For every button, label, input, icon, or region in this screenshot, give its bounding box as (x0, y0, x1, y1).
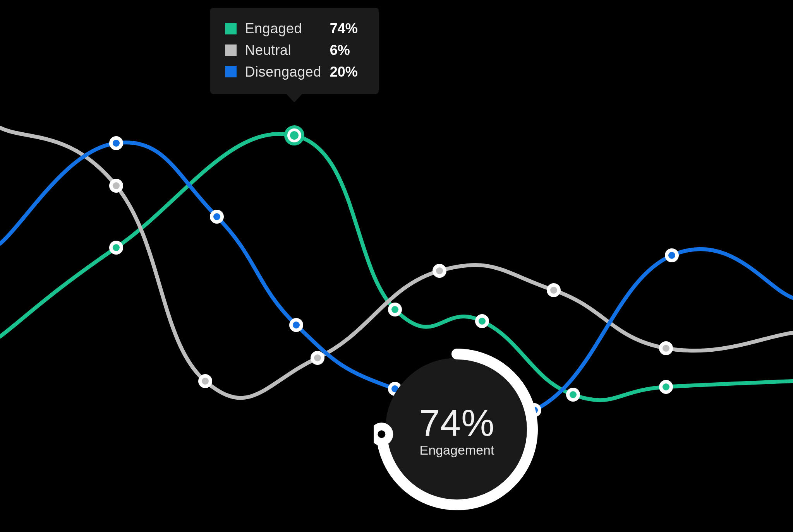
engagement-dial: 74% Engagement (374, 346, 540, 513)
legend-label: Disengaged (245, 61, 321, 83)
svg-point-14 (213, 213, 220, 220)
svg-point-6 (663, 383, 669, 390)
svg-point-0 (113, 244, 120, 251)
svg-point-2 (290, 131, 299, 140)
svg-point-13 (113, 140, 120, 147)
svg-point-11 (550, 287, 557, 294)
legend-label: Engaged (245, 18, 321, 39)
legend-swatch (225, 23, 237, 34)
series-tooltip: Engaged74%Neutral6%Disengaged20% (210, 8, 379, 94)
legend-value: 74% (330, 18, 364, 39)
svg-point-15 (293, 322, 300, 328)
svg-point-7 (113, 182, 120, 189)
tooltip-row: Disengaged20% (225, 61, 364, 83)
svg-point-18 (668, 252, 675, 259)
legend-swatch (225, 44, 237, 56)
svg-point-8 (202, 378, 209, 385)
dial-label: Engagement (420, 443, 494, 458)
svg-point-9 (314, 354, 321, 361)
legend-value: 20% (330, 61, 364, 83)
tooltip-row: Engaged74% (225, 18, 364, 39)
svg-point-10 (436, 267, 443, 274)
legend-value: 6% (330, 39, 364, 61)
tooltip-row: Neutral6% (225, 39, 364, 61)
tooltip-arrow-icon (286, 93, 303, 103)
svg-point-12 (663, 345, 669, 352)
dial-percent: 74% (419, 402, 494, 444)
legend-swatch (225, 66, 237, 77)
svg-point-3 (391, 306, 398, 313)
svg-point-4 (479, 318, 486, 325)
svg-point-5 (570, 391, 577, 398)
legend-label: Neutral (245, 39, 321, 61)
